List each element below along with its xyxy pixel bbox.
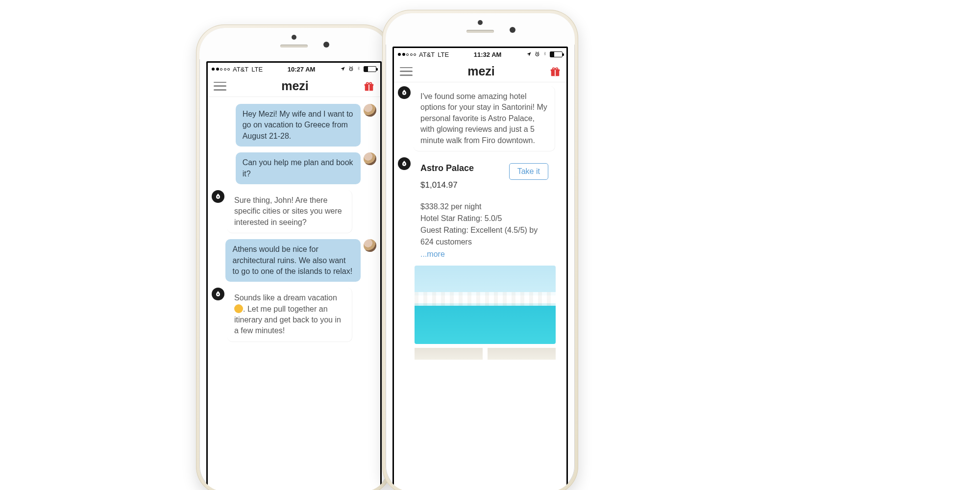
- avatar-bot: [398, 157, 411, 170]
- avatar-user: [364, 239, 376, 252]
- hotel-star-rating: Hotel Star Rating: 5.0/5: [420, 213, 548, 224]
- hotel-guest-rating: Guest Rating: Excellent (4.5/5) by 624 c…: [420, 224, 548, 248]
- smile-emoji-icon: [234, 304, 243, 313]
- message-user-3: Athens would be nice for architectural r…: [212, 239, 376, 282]
- carrier-label: AT&T: [233, 66, 248, 73]
- message-user-1: Hey Mezi! My wife and I want to go on va…: [212, 104, 376, 147]
- svg-rect-3: [368, 84, 369, 91]
- location-icon: [340, 66, 345, 73]
- message-bot-2: Sounds like a dream vacation . Let me pu…: [212, 288, 376, 342]
- chat-body: I've found some amazing hotel options fo…: [394, 82, 566, 490]
- menu-icon[interactable]: [214, 82, 226, 91]
- svg-point-10: [404, 92, 405, 94]
- avatar-user: [364, 152, 376, 165]
- hotel-name: Astro Palace: [420, 163, 474, 173]
- battery-icon: [364, 66, 376, 72]
- bluetooth-icon: [357, 65, 361, 73]
- bubble-text: Athens would be nice for architectural r…: [225, 239, 361, 282]
- avatar-user: [364, 104, 376, 117]
- app-header: mezi: [208, 75, 380, 97]
- location-icon: [526, 51, 532, 58]
- screen-right: AT&T LTE 11:32 AM: [392, 47, 568, 490]
- hotel-thumb-strip[interactable]: [415, 348, 556, 360]
- status-bar: AT&T LTE 10:27 AM: [208, 63, 380, 75]
- alarm-icon: [535, 51, 540, 58]
- avatar-bot: [212, 190, 224, 203]
- gift-icon[interactable]: [364, 81, 374, 92]
- bubble-text: Can you help me plan and book it?: [236, 152, 361, 184]
- hotel-thumb[interactable]: [415, 348, 483, 360]
- hotel-price: $1,014.97: [420, 180, 474, 190]
- bubble-text: I've found some amazing hotel options fo…: [414, 86, 555, 151]
- svg-point-4: [218, 196, 219, 197]
- message-user-2: Can you help me plan and book it?: [212, 152, 376, 184]
- network-label: LTE: [438, 51, 449, 58]
- hotel-hero-image[interactable]: [415, 266, 556, 344]
- hotel-nightly: $338.32 per night: [420, 201, 548, 213]
- more-link[interactable]: ...more: [420, 250, 548, 259]
- message-bot-intro: I've found some amazing hotel options fo…: [398, 86, 563, 151]
- gift-icon[interactable]: [550, 66, 561, 77]
- svg-rect-9: [555, 69, 556, 76]
- app-title: mezi: [467, 64, 495, 78]
- menu-icon[interactable]: [400, 67, 413, 76]
- phone-right: AT&T LTE 11:32 AM: [382, 10, 578, 490]
- signal-dots-icon: [212, 68, 230, 71]
- hotel-thumb[interactable]: [488, 348, 556, 360]
- chat-body: Hey Mezi! My wife and I want to go on va…: [208, 97, 380, 490]
- phone-earpiece-left: [199, 28, 389, 59]
- status-time: 11:32 AM: [449, 51, 526, 58]
- status-bar: AT&T LTE 11:32 AM: [394, 48, 566, 61]
- bluetooth-icon: [543, 50, 547, 58]
- phone-earpiece-right: [386, 13, 575, 45]
- avatar-bot: [398, 86, 411, 99]
- bubble-text: Sounds like a dream vacation . Let me pu…: [227, 288, 352, 342]
- carrier-label: AT&T: [419, 51, 435, 58]
- bubble-text: Hey Mezi! My wife and I want to go on va…: [236, 104, 361, 147]
- svg-point-11: [404, 163, 405, 165]
- avatar-bot: [212, 288, 224, 300]
- take-it-button[interactable]: Take it: [509, 163, 548, 180]
- app-header: mezi: [394, 61, 566, 82]
- battery-icon: [550, 51, 563, 57]
- hotel-card: Astro Palace $1,014.97 Take it $338.32 p…: [414, 157, 555, 259]
- app-title: mezi: [281, 79, 309, 93]
- alarm-icon: [348, 66, 354, 73]
- message-bot-1: Sure thing, John! Are there specific cit…: [212, 190, 376, 233]
- screen-left: AT&T LTE 10:27 AM: [206, 61, 382, 490]
- phone-left: AT&T LTE 10:27 AM: [196, 24, 392, 490]
- status-time: 10:27 AM: [263, 66, 340, 73]
- hotel-card-row: Astro Palace $1,014.97 Take it $338.32 p…: [398, 157, 563, 259]
- svg-point-5: [218, 294, 219, 295]
- bubble-text: Sure thing, John! Are there specific cit…: [227, 190, 352, 233]
- signal-dots-icon: [398, 53, 416, 56]
- network-label: LTE: [251, 66, 263, 73]
